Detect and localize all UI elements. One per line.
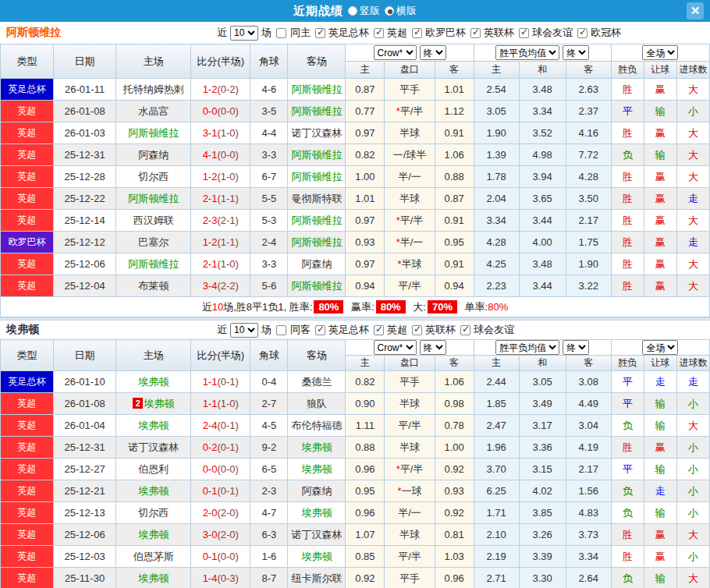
league-checkbox-2[interactable]	[412, 325, 422, 335]
league-badge: 英超	[1, 546, 54, 568]
avg-draw: 3.36	[519, 437, 566, 459]
summary-record: 场,胜8平1负1,	[223, 301, 289, 313]
column-header: 比分(半场)	[191, 44, 250, 79]
layout-radio-horizontal[interactable]: 横版	[385, 4, 417, 18]
odds-final-select[interactable]: 终	[420, 45, 446, 60]
match-date: 25-12-22	[54, 188, 116, 210]
avg-draw: 3.94	[519, 166, 566, 188]
home-team-name: 埃弗顿	[138, 572, 169, 584]
handicap-value: 平/半	[400, 214, 424, 226]
score-cell: 1-2(1-0)	[191, 166, 250, 188]
match-count-select[interactable]: 10	[230, 323, 258, 338]
away-cell: 诺丁汉森林	[288, 524, 346, 546]
match-count-select[interactable]: 10	[230, 26, 258, 41]
avg-draw: 3.39	[519, 546, 566, 568]
league-checkbox-3[interactable]	[470, 28, 481, 38]
radio-unchecked-icon[interactable]	[348, 6, 357, 16]
league-checkbox-2[interactable]	[412, 28, 422, 38]
corner-cell: 2-4	[250, 232, 288, 253]
league-checkbox-0[interactable]	[315, 28, 325, 38]
halftime-score: (0-3)	[217, 572, 238, 584]
handicap-value: 平/半	[400, 463, 424, 475]
result-handicap: 赢	[644, 210, 676, 232]
score-cell: 4-1(0-0)	[191, 144, 250, 166]
home-cell: 阿斯顿维拉	[116, 253, 191, 275]
match-date: 25-12-27	[54, 459, 116, 480]
layout-radio-vertical[interactable]: 竖版	[348, 4, 380, 18]
fulltime-score: 0-0	[203, 105, 218, 117]
match-date: 25-12-14	[54, 210, 116, 232]
match-row: 英超25-12-04布莱顿3-4(2-2)5-6阿斯顿维拉0.94平/半0.94…	[1, 275, 710, 297]
league-checkbox-1[interactable]	[374, 325, 384, 335]
avg-lose: 3.34	[566, 546, 611, 568]
league-checkbox-0[interactable]	[315, 325, 325, 335]
fulltime-score: 2-1	[203, 193, 218, 204]
summary-item-value: 70%	[428, 300, 457, 313]
result-handicap: 赢	[644, 524, 676, 546]
score-cell: 0-0(0-0)	[191, 101, 250, 122]
corner-cell: 6-3	[250, 524, 288, 546]
layout-radio-horizontal-label: 横版	[396, 4, 417, 18]
handicap-value: 半球	[402, 258, 422, 270]
fulltime-score: 0-2	[203, 441, 218, 453]
result-wdl: 负	[611, 502, 644, 524]
halftime-score: (2-1)	[217, 214, 238, 226]
scope-select[interactable]: 全场	[642, 45, 678, 60]
avg-final-select[interactable]: 终	[563, 340, 589, 355]
result-handicap: 赢	[644, 166, 676, 188]
same-venue-checkbox[interactable]	[276, 28, 286, 38]
match-row: 欧罗巴杯25-12-12巴塞尔1-2(1-1)2-4阿斯顿维拉0.93*半/一0…	[1, 232, 710, 253]
home-team-name: 埃弗顿	[138, 376, 169, 388]
same-venue-checkbox[interactable]	[276, 325, 286, 335]
away-odds: 0.92	[435, 459, 474, 480]
handicap-cell: 一/球半	[385, 144, 435, 166]
match-date: 25-12-21	[54, 480, 116, 502]
dialog-title: 近期战绩	[293, 4, 343, 19]
avg-type-select[interactable]: 胜平负均值	[495, 45, 559, 60]
radio-checked-icon[interactable]	[385, 6, 394, 16]
score-cell: 1-4(0-3)	[191, 568, 250, 588]
summary-item-value: 80%	[488, 301, 508, 313]
league-checkbox-1[interactable]	[374, 28, 384, 38]
match-date: 25-12-06	[54, 253, 116, 275]
league-checkbox-label: 球会友谊	[532, 26, 573, 40]
column-subheader: 主	[346, 62, 385, 79]
scope-select[interactable]: 全场	[642, 340, 678, 355]
league-checkbox-4[interactable]	[519, 28, 529, 38]
odds-company-select[interactable]: Crow*	[374, 340, 417, 355]
corner-cell: 2-3	[250, 480, 288, 502]
avg-draw: 3.26	[519, 524, 566, 546]
home-team-name: 切尔西	[138, 507, 169, 519]
home-cell: 巴塞尔	[116, 232, 191, 253]
halftime-score: (1-0)	[217, 258, 238, 270]
handicap-cell: 平/半	[385, 546, 435, 568]
avg-win: 4.25	[474, 253, 519, 275]
away-team-name: 阿森纳	[301, 258, 332, 270]
score-cell: 0-0(0-0)	[191, 459, 250, 480]
league-checkbox-label: 英联杯	[484, 26, 514, 40]
league-checkbox-3[interactable]	[460, 325, 470, 335]
home-cell: 伯恩利	[116, 459, 191, 480]
odds-final-select[interactable]: 终	[420, 340, 446, 355]
halftime-score: (1-0)	[217, 127, 238, 139]
result-goals: 走	[676, 232, 709, 253]
result-wdl: 胜	[611, 79, 644, 101]
close-button[interactable]: ✕	[687, 2, 704, 19]
home-odds: 0.77	[346, 101, 385, 122]
home-cell: 诺丁汉森林	[116, 437, 191, 459]
avg-final-select[interactable]: 终	[563, 45, 589, 60]
away-cell: 阿森纳	[288, 253, 346, 275]
odds-company-select[interactable]: Crow*	[374, 45, 417, 60]
league-checkbox-5[interactable]	[577, 28, 588, 38]
match-row: 英超25-12-28切尔西1-2(1-0)6-7阿斯顿维拉1.00半/一0.88…	[1, 166, 710, 188]
match-row: 英超25-12-06埃弗顿3-0(2-0)6-3诺丁汉森林1.07半球0.812…	[1, 524, 710, 546]
home-odds: 0.85	[346, 546, 385, 568]
column-header: 日期	[54, 340, 116, 371]
league-checkbox-label: 英足总杯	[328, 323, 369, 337]
avg-win: 2.04	[474, 188, 519, 210]
avg-type-select[interactable]: 胜平负均值	[495, 340, 559, 355]
summary-prefix: 近	[202, 301, 212, 313]
match-row: 英超25-12-06阿斯顿维拉2-1(1-0)3-3阿森纳0.97*半球0.91…	[1, 253, 710, 275]
fulltime-score: 1-1	[203, 398, 218, 409]
avg-draw: 3.17	[519, 415, 566, 437]
